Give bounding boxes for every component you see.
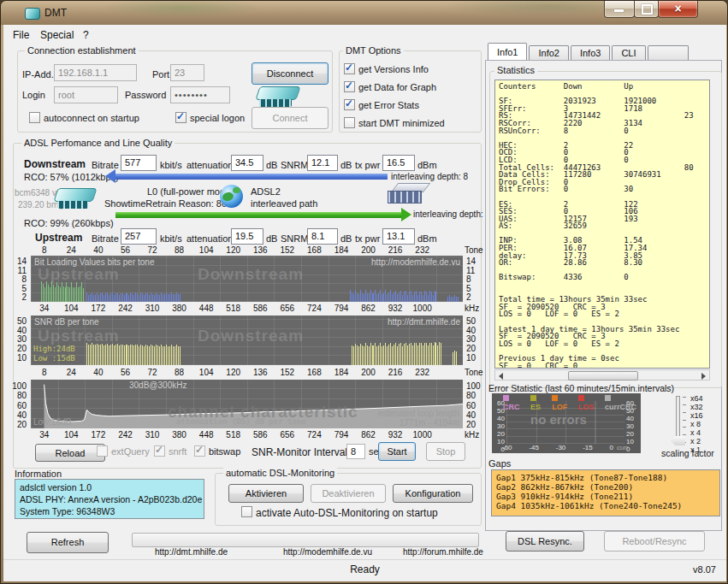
axis-tick: 11 bbox=[466, 266, 475, 275]
tab-info3[interactable]: Info3 bbox=[571, 45, 610, 60]
snr-caption: SNR dB per tone bbox=[34, 317, 99, 327]
get-error-checkbox[interactable] bbox=[344, 99, 355, 110]
snrm-down-value[interactable]: 12.1 bbox=[307, 155, 338, 171]
bitrate-up-value[interactable]: 257 bbox=[121, 228, 157, 245]
tone-bar-downstream-band2 bbox=[421, 292, 422, 303]
axis-tick: 200 bbox=[361, 368, 376, 377]
tone-bar-downstream-band1 bbox=[163, 294, 163, 302]
tone-bar-downstream-band1 bbox=[92, 292, 92, 302]
statistics-text[interactable]: Counters Down Up SF: 2031923 1921000 SFE… bbox=[494, 80, 710, 369]
tone-bar-downstream-band1 bbox=[117, 293, 118, 303]
tone-bar-downstream bbox=[431, 343, 432, 365]
link-modemhilfe[interactable]: http://modemhilfe.de.vu bbox=[283, 547, 372, 557]
statistics-hscrollbar[interactable] bbox=[494, 369, 710, 380]
tone-bar-upstream bbox=[41, 281, 42, 302]
tab-cli[interactable]: CLI bbox=[612, 45, 645, 60]
bitswap-checkbox[interactable] bbox=[194, 445, 205, 457]
db-label-1: dB bbox=[266, 160, 277, 170]
get-versions-checkbox[interactable] bbox=[344, 63, 355, 74]
scroll-left-icon[interactable] bbox=[499, 373, 503, 380]
menu-help[interactable]: ? bbox=[83, 29, 89, 41]
port-field[interactable]: 23 bbox=[170, 64, 204, 81]
dsl-resync-button[interactable]: DSL Resync. bbox=[506, 531, 584, 552]
tone-bar-downstream-band1 bbox=[95, 294, 96, 303]
snrm-label-down: SNRM bbox=[281, 160, 308, 170]
get-data-checkbox[interactable] bbox=[344, 81, 355, 92]
axis-tick: 40 bbox=[466, 326, 476, 335]
maximize-button[interactable] bbox=[634, 1, 659, 18]
axis-tick: 2 bbox=[21, 292, 27, 302]
link-dmt[interactable]: http://dmt.mhilfe.de bbox=[155, 547, 228, 557]
start-button[interactable]: Start bbox=[378, 442, 416, 461]
tab-empty[interactable] bbox=[648, 45, 689, 60]
tone-bar-downstream-band1 bbox=[119, 295, 120, 302]
interval-label: SNR-Monitor Interval: bbox=[252, 446, 350, 458]
axis-tick: 50 bbox=[17, 316, 27, 326]
tab-info2[interactable]: Info2 bbox=[529, 45, 568, 60]
tab-info1[interactable]: Info1 bbox=[488, 43, 527, 60]
snrft-checkbox[interactable] bbox=[154, 445, 165, 457]
konfiguration-button[interactable]: Konfiguration bbox=[393, 484, 473, 503]
tone-bar-upstream bbox=[175, 346, 175, 365]
ip-field[interactable]: 192.168.1.1 bbox=[54, 64, 137, 81]
start-minimized-checkbox[interactable] bbox=[344, 117, 355, 128]
tone-bar-downstream-band2 bbox=[426, 292, 427, 302]
start-minimized-label: start DMT minimized bbox=[358, 118, 445, 128]
link-forum[interactable]: http://forum.mhilfe.de bbox=[403, 547, 483, 557]
connect-button[interactable]: Connect bbox=[252, 107, 328, 129]
reboot-resync-button[interactable]: Reboot/Resync bbox=[604, 531, 705, 552]
deaktivieren-button[interactable]: Deaktivieren bbox=[311, 484, 386, 503]
tone-bar-upstream bbox=[115, 345, 116, 366]
interval-input[interactable]: 8 bbox=[346, 444, 365, 459]
tone-bar-downstream-band1 bbox=[173, 294, 174, 302]
tone-bar-upstream bbox=[68, 286, 68, 302]
tone-bar-downstream-band1 bbox=[168, 294, 169, 302]
password-field[interactable]: •••••••• bbox=[170, 86, 230, 103]
scroll-thumb[interactable] bbox=[568, 371, 638, 380]
minimize-button[interactable] bbox=[604, 1, 635, 18]
stop-button[interactable]: Stop bbox=[426, 442, 465, 461]
tone-bar-downstream-band2 bbox=[400, 291, 401, 302]
autoconnect-checkbox[interactable] bbox=[29, 112, 40, 123]
aktivieren-button[interactable]: Aktivieren bbox=[228, 484, 304, 503]
special-logon-label: special logon bbox=[190, 113, 245, 123]
txpwr-up-value[interactable]: 13.1 bbox=[382, 228, 415, 245]
downstream-arrow-icon bbox=[115, 174, 388, 180]
txpwr-down-value[interactable]: 16.5 bbox=[382, 155, 415, 171]
scroll-right-icon[interactable] bbox=[701, 373, 706, 380]
tone-bar-downstream-band2 bbox=[417, 295, 418, 302]
disconnect-button[interactable]: Disconnect bbox=[252, 62, 328, 85]
axis-tick: 242 bbox=[118, 430, 133, 439]
tone-bar-upstream bbox=[145, 345, 146, 365]
tone-bar-tail bbox=[456, 351, 457, 365]
menu-special[interactable]: Special bbox=[40, 29, 74, 41]
bitrate-down-value[interactable]: 577 bbox=[121, 155, 157, 171]
monitor-startup-checkbox[interactable] bbox=[241, 506, 252, 517]
login-field[interactable]: root bbox=[54, 86, 118, 103]
title-bar[interactable]: DMT × bbox=[1, 1, 727, 25]
tone-bar-downstream bbox=[375, 343, 376, 365]
menu-file[interactable]: File bbox=[13, 29, 29, 41]
tone-bar-upstream bbox=[169, 346, 170, 365]
scale-label: x16 bbox=[690, 411, 703, 420]
attenuation-down-value[interactable]: 34.5 bbox=[231, 155, 263, 171]
close-button[interactable]: × bbox=[658, 1, 698, 18]
axis-tick: 136 bbox=[253, 245, 268, 255]
reload-button[interactable]: Reload bbox=[35, 444, 105, 462]
tone-bar-downstream-band1 bbox=[135, 292, 136, 302]
tone-bar-upstream bbox=[151, 345, 151, 365]
tone-bar-upstream bbox=[56, 282, 57, 303]
axis-tick: 50 bbox=[466, 316, 476, 326]
special-logon-checkbox[interactable] bbox=[175, 112, 186, 123]
axis-tick: 120 bbox=[226, 245, 240, 255]
snrm-up-value[interactable]: 8.1 bbox=[307, 228, 338, 245]
tone-bar-downstream-tail bbox=[451, 297, 452, 303]
axis-tick: 60 bbox=[466, 401, 476, 410]
error-no-errors: no errors bbox=[530, 412, 587, 427]
upstream-arrow-icon bbox=[115, 212, 401, 218]
information-title: Information bbox=[15, 469, 62, 479]
attenuation-up-value[interactable]: 19.5 bbox=[231, 228, 263, 245]
tone-bar-upstream bbox=[144, 346, 145, 365]
refresh-button[interactable]: Refresh bbox=[27, 532, 109, 553]
extquery-checkbox[interactable] bbox=[97, 445, 108, 457]
